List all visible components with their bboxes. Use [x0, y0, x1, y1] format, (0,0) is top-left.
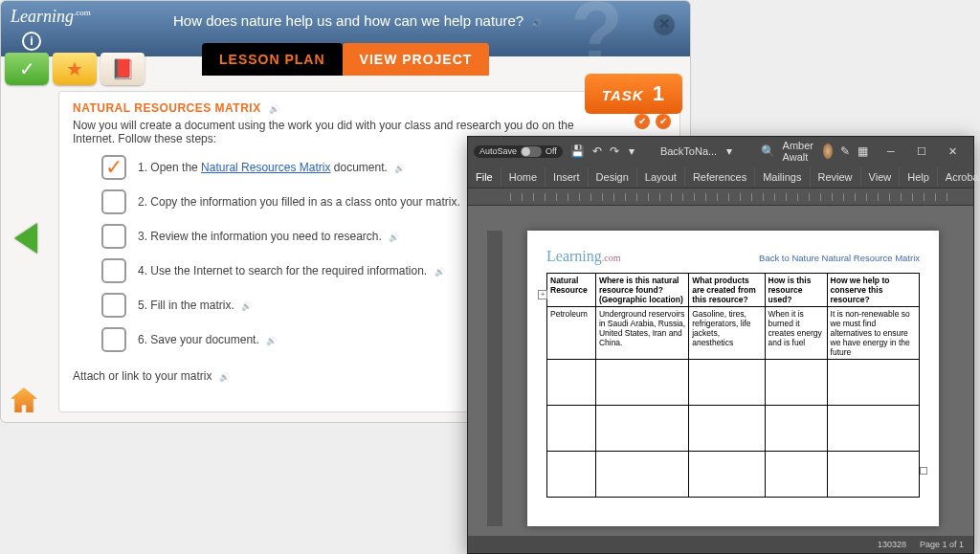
- col-header[interactable]: How we help to conserve this resource?: [827, 274, 919, 307]
- cell-used[interactable]: When it is burned it creates energy and …: [765, 307, 827, 360]
- qat-dropdown-icon[interactable]: ▾: [627, 144, 636, 159]
- user-account[interactable]: Amber Awalt: [783, 140, 833, 163]
- redo-icon[interactable]: ↷: [610, 144, 619, 159]
- cell-resource[interactable]: Petroleum: [547, 307, 596, 360]
- table-row-empty[interactable]: [547, 360, 920, 406]
- attach-text: Attach or link to your matrix: [73, 369, 212, 383]
- document-title: BackToNa...: [660, 145, 717, 157]
- window-controls: ─ ☐ ✕: [876, 141, 968, 162]
- ribbon-tab-home[interactable]: Home: [501, 167, 546, 187]
- tab-view-project[interactable]: VIEW PROJECT: [343, 43, 490, 76]
- step-checkbox[interactable]: [101, 293, 126, 318]
- speaker-icon[interactable]: [269, 101, 278, 111]
- task-label: TASK: [602, 87, 644, 103]
- step-checkbox[interactable]: [101, 258, 126, 283]
- task-badge[interactable]: TASK 1: [585, 74, 682, 114]
- word-titlebar[interactable]: AutoSave Off 💾 ↶ ↷ ▾ BackToNa... ▾ 🔍 Amb…: [468, 137, 973, 166]
- ribbon-tab-review[interactable]: Review: [811, 167, 861, 187]
- speaker-icon[interactable]: [531, 12, 541, 22]
- status-page: Page 1 of 1: [920, 540, 964, 549]
- step-number: 2.: [138, 195, 147, 209]
- document-page[interactable]: Learning.com Back to Nature Natural Reso…: [527, 231, 939, 526]
- pen-icon[interactable]: ✎: [840, 144, 850, 159]
- autosave-toggle[interactable]: AutoSave Off: [474, 145, 563, 158]
- close-icon[interactable]: ✕: [654, 14, 675, 35]
- maximize-button[interactable]: ☐: [906, 141, 937, 162]
- lesson-question-title: How does nature help us and how can we h…: [173, 12, 541, 29]
- horizontal-ruler[interactable]: [468, 188, 973, 206]
- section-title: NATURAL RESOURCES MATRIX: [73, 101, 666, 115]
- table-row-empty[interactable]: [547, 406, 920, 452]
- check-dot-icon[interactable]: ✔: [656, 114, 671, 129]
- ribbon-tab-references[interactable]: References: [685, 167, 755, 187]
- step-number: 6.: [138, 333, 147, 346]
- step-checkbox[interactable]: [101, 189, 126, 214]
- task-number: 1: [653, 81, 665, 105]
- avatar-icon: [823, 144, 833, 159]
- home-icon[interactable]: [11, 388, 37, 412]
- col-header[interactable]: Where is this natural resource found? (G…: [595, 274, 688, 307]
- close-button[interactable]: ✕: [937, 141, 968, 162]
- col-header[interactable]: Natural Resource: [547, 274, 596, 307]
- cell-conserve[interactable]: It is non-renewable so we must find alte…: [827, 307, 919, 360]
- vertical-ruler[interactable]: [487, 231, 502, 526]
- step-checkbox[interactable]: [101, 327, 126, 352]
- document-heading: Back to Nature Natural Resource Matrix: [759, 253, 920, 263]
- col-header[interactable]: What products are created from this reso…: [689, 274, 765, 307]
- tab-lesson-plan[interactable]: LESSON PLAN: [202, 43, 343, 76]
- cell-products[interactable]: Gasoline, tires, refrigerators, life jac…: [689, 307, 765, 360]
- ribbon-tab-file[interactable]: File: [468, 167, 501, 187]
- col-header[interactable]: How is this resource used?: [765, 274, 827, 307]
- doc-dropdown-icon[interactable]: ▾: [724, 144, 734, 159]
- check-dot-icon[interactable]: ✔: [635, 114, 650, 129]
- speaker-icon[interactable]: [394, 161, 404, 170]
- checkmark-tab-icon[interactable]: ✓: [5, 53, 49, 85]
- ribbon-tab-view[interactable]: View: [861, 167, 901, 187]
- page-heading: Learning.com Back to Nature Natural Reso…: [546, 248, 920, 265]
- learning-logo: Learning.com: [11, 7, 91, 27]
- undo-icon[interactable]: ↶: [592, 144, 602, 159]
- speaker-icon[interactable]: [434, 264, 444, 274]
- logo-text: Learning: [11, 7, 74, 26]
- step-checkbox[interactable]: [101, 224, 126, 249]
- document-canvas[interactable]: Learning.com Back to Nature Natural Reso…: [468, 206, 973, 536]
- table-move-handle-icon[interactable]: +: [538, 290, 547, 299]
- back-arrow-icon[interactable]: [14, 223, 37, 254]
- speaker-icon[interactable]: [389, 230, 398, 239]
- resource-matrix-table[interactable]: Natural Resource Where is this natural r…: [546, 273, 920, 498]
- table-resize-handle-icon[interactable]: [920, 467, 927, 475]
- table-row[interactable]: Petroleum Underground reservoirs in Saud…: [547, 307, 920, 360]
- cell-where[interactable]: Underground reservoirs in Saudi Arabia, …: [595, 307, 688, 360]
- step-number: 1.: [138, 161, 147, 174]
- ribbon-tab-acrobat[interactable]: Acrobat: [938, 167, 980, 187]
- ribbon-tab-mailings[interactable]: Mailings: [755, 167, 810, 187]
- speaker-icon[interactable]: [266, 333, 276, 343]
- table-row-empty[interactable]: [547, 452, 920, 498]
- speaker-icon[interactable]: [241, 299, 251, 308]
- ribbon-options-icon[interactable]: ▦: [858, 144, 868, 159]
- ribbon-tab-design[interactable]: Design: [589, 167, 637, 187]
- ribbon-tab-insert[interactable]: Insert: [546, 167, 589, 187]
- ribbon-tab-layout[interactable]: Layout: [637, 167, 685, 187]
- info-icon[interactable]: i: [22, 32, 41, 51]
- save-icon[interactable]: 💾: [570, 144, 585, 159]
- step-number: 4.: [138, 264, 147, 277]
- word-status-bar[interactable]: 130328 Page 1 of 1: [468, 536, 973, 553]
- word-window: AutoSave Off 💾 ↶ ↷ ▾ BackToNa... ▾ 🔍 Amb…: [467, 136, 974, 554]
- dictionary-tab-icon[interactable]: 📕: [100, 53, 145, 85]
- speaker-icon[interactable]: [219, 369, 229, 379]
- word-ribbon: File Home Insert Design Layout Reference…: [468, 166, 973, 188]
- step-checkbox[interactable]: ✓: [101, 155, 126, 180]
- step-text: Fill in the matrix.: [150, 299, 234, 312]
- step-text: Save your document.: [150, 333, 258, 346]
- step-number: 5.: [138, 299, 147, 312]
- status-code: 130328: [878, 540, 906, 549]
- search-icon[interactable]: 🔍: [761, 144, 775, 159]
- user-name: Amber Awalt: [783, 140, 819, 163]
- star-tab-icon[interactable]: ★: [53, 53, 97, 85]
- step-text: Review the information you need to resea…: [150, 230, 381, 243]
- minimize-button[interactable]: ─: [876, 141, 906, 162]
- natural-resources-matrix-link[interactable]: Natural Resources Matrix: [201, 161, 330, 174]
- toggle-icon[interactable]: [521, 146, 542, 157]
- ribbon-tab-help[interactable]: Help: [900, 167, 938, 187]
